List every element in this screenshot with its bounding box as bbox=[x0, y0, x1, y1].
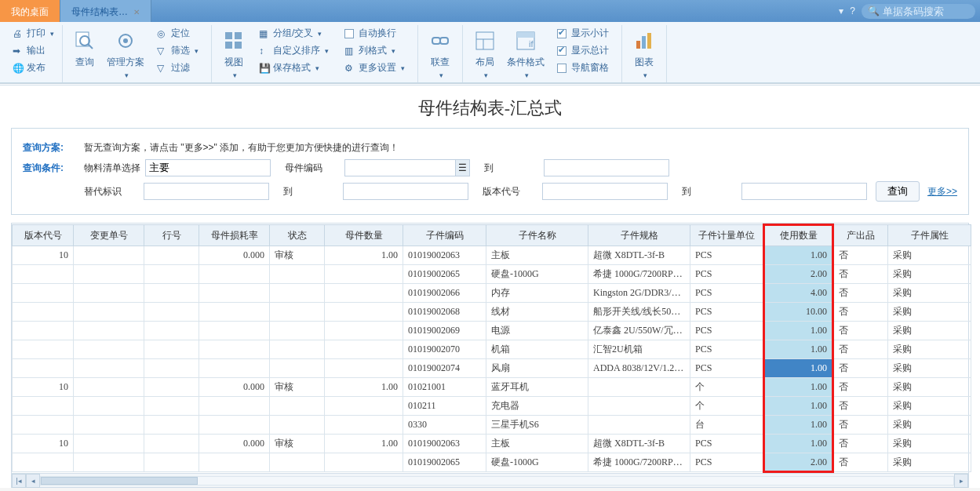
tab-desktop[interactable]: 我的桌面 bbox=[0, 0, 60, 22]
clear-filter-button[interactable]: ▽过滤 bbox=[154, 60, 202, 76]
col-useqty[interactable]: 使用数量 bbox=[764, 225, 833, 246]
cell-rownum[interactable] bbox=[144, 303, 199, 322]
table-row[interactable]: 01019002069电源亿泰鑫 2U/550W/冗…PCS1.00否采购 bbox=[13, 322, 971, 340]
table-row[interactable]: 010211充电器个1.00否采购 bbox=[13, 397, 971, 416]
layout-button[interactable]: 布局 bbox=[468, 25, 502, 82]
cell-ccode[interactable]: 010211 bbox=[403, 397, 486, 416]
cell-cunit[interactable]: PCS bbox=[690, 303, 764, 322]
tab-document[interactable]: 母件结构表… ✕ bbox=[60, 0, 151, 22]
cell-ccode[interactable]: 01019002070 bbox=[403, 340, 486, 359]
cell-state[interactable] bbox=[270, 416, 325, 435]
cell-cspec[interactable]: 希捷 1000G/7200RP… bbox=[588, 265, 690, 284]
table-row[interactable]: 100.000审核1.0001021001蓝牙耳机个1.00否采购 bbox=[13, 378, 971, 397]
cell-output[interactable]: 否 bbox=[833, 246, 888, 265]
cell-pqty[interactable] bbox=[325, 416, 403, 435]
save-format-button[interactable]: 💾保存格式 bbox=[256, 60, 332, 76]
cell-loss[interactable] bbox=[199, 397, 270, 416]
cell-state[interactable]: 审核 bbox=[270, 378, 325, 397]
table-row[interactable]: 100.000审核1.0001019002063主板超微 X8DTL-3f-BP… bbox=[13, 246, 971, 265]
cell-cspec[interactable] bbox=[588, 397, 690, 416]
cell-rownum[interactable] bbox=[144, 265, 199, 284]
filter-button[interactable]: ▽筛选 bbox=[154, 42, 202, 59]
cell-cname[interactable]: 风扇 bbox=[486, 359, 588, 378]
cell-rownum[interactable] bbox=[144, 322, 199, 340]
col-rownum[interactable]: 行号 bbox=[144, 225, 199, 246]
cell-output[interactable]: 否 bbox=[833, 340, 888, 359]
cell-cspec[interactable]: Kingston 2G/DDR3/… bbox=[588, 284, 690, 303]
cell-state[interactable] bbox=[270, 322, 325, 340]
cell-cspec[interactable] bbox=[588, 378, 690, 397]
scroll-right-icon[interactable]: ▸ bbox=[954, 474, 968, 488]
view-button[interactable]: 视图 bbox=[217, 25, 251, 82]
output-button[interactable]: ➡输出 bbox=[9, 42, 57, 59]
grid-hscroll[interactable]: |◂ ◂ ▸ bbox=[12, 473, 968, 487]
cell-chg[interactable] bbox=[74, 378, 144, 397]
cell-loss[interactable] bbox=[199, 284, 270, 303]
cell-chg[interactable] bbox=[74, 453, 144, 472]
cell-cattr[interactable]: 采购 bbox=[888, 435, 971, 453]
cell-useqty[interactable]: 10.00 bbox=[764, 303, 833, 322]
col-cname[interactable]: 子件名称 bbox=[486, 225, 588, 246]
cell-output[interactable]: 否 bbox=[833, 416, 888, 435]
cell-pqty[interactable] bbox=[325, 265, 403, 284]
cell-cunit[interactable]: PCS bbox=[690, 340, 764, 359]
sub-input[interactable] bbox=[144, 183, 269, 200]
col-ccode[interactable]: 子件编码 bbox=[403, 225, 486, 246]
cell-useqty[interactable]: 1.00 bbox=[764, 322, 833, 340]
col-output[interactable]: 产出品 bbox=[833, 225, 888, 246]
cell-loss[interactable] bbox=[199, 322, 270, 340]
cell-cattr[interactable]: 采购 bbox=[888, 340, 971, 359]
cell-state[interactable] bbox=[270, 359, 325, 378]
col-ver[interactable]: 版本代号 bbox=[13, 225, 74, 246]
cell-ver[interactable] bbox=[13, 322, 74, 340]
cell-rownum[interactable] bbox=[144, 378, 199, 397]
cell-loss[interactable] bbox=[199, 359, 270, 378]
parent-code-input[interactable] bbox=[344, 159, 470, 176]
cell-cspec[interactable]: 船形开关线/线长50… bbox=[588, 303, 690, 322]
cell-ccode[interactable]: 01019002065 bbox=[403, 265, 486, 284]
cell-ccode[interactable]: 01019002065 bbox=[403, 453, 486, 472]
cell-rownum[interactable] bbox=[144, 397, 199, 416]
cell-ver[interactable]: 10 bbox=[13, 378, 74, 397]
cell-loss[interactable] bbox=[199, 265, 270, 284]
cell-chg[interactable] bbox=[74, 322, 144, 340]
cell-output[interactable]: 否 bbox=[833, 303, 888, 322]
scroll-thumb[interactable] bbox=[41, 477, 198, 485]
col-cattr[interactable]: 子件属性 bbox=[888, 225, 971, 246]
cell-cname[interactable]: 硬盘-1000G bbox=[486, 265, 588, 284]
ver-to-input[interactable] bbox=[741, 183, 867, 200]
cell-output[interactable]: 否 bbox=[833, 397, 888, 416]
query-button[interactable]: 查询 bbox=[67, 25, 102, 82]
cell-state[interactable]: 审核 bbox=[270, 435, 325, 453]
cell-useqty[interactable]: 2.00 bbox=[764, 453, 833, 472]
cell-cattr[interactable]: 采购 bbox=[888, 397, 971, 416]
cell-output[interactable]: 否 bbox=[833, 265, 888, 284]
cell-rownum[interactable] bbox=[144, 359, 199, 378]
cell-ccode[interactable]: 01019002069 bbox=[403, 322, 486, 340]
cell-cattr[interactable]: 采购 bbox=[888, 378, 971, 397]
cell-pqty[interactable] bbox=[325, 359, 403, 378]
cell-ccode[interactable]: 01019002063 bbox=[403, 435, 486, 453]
cell-output[interactable]: 否 bbox=[833, 435, 888, 453]
show-total-toggle[interactable]: 显示总计 bbox=[554, 42, 612, 59]
plan-button[interactable]: 管理方案 bbox=[102, 25, 149, 82]
table-row[interactable]: 01019002068线材船形开关线/线长50…PCS10.00否采购 bbox=[13, 303, 971, 322]
table-row[interactable]: 100.000审核1.0001019002063主板超微 X8DTL-3f-BP… bbox=[13, 435, 971, 453]
show-subtotal-toggle[interactable]: 显示小计 bbox=[554, 25, 612, 42]
cell-ver[interactable] bbox=[13, 416, 74, 435]
cell-pqty[interactable] bbox=[325, 453, 403, 472]
table-row[interactable]: 0330三星手机S6台1.00否采购 bbox=[13, 416, 971, 435]
cell-pqty[interactable]: 1.00 bbox=[325, 246, 403, 265]
cell-pqty[interactable] bbox=[325, 340, 403, 359]
cell-cattr[interactable]: 采购 bbox=[888, 359, 971, 378]
nav-pane-toggle[interactable]: 导航窗格 bbox=[554, 60, 612, 76]
cell-cattr[interactable]: 采购 bbox=[888, 284, 971, 303]
cell-cname[interactable]: 蓝牙耳机 bbox=[486, 378, 588, 397]
autowrap-toggle[interactable]: 自动换行 bbox=[341, 25, 408, 42]
col-pqty[interactable]: 母件数量 bbox=[325, 225, 403, 246]
cell-state[interactable] bbox=[270, 453, 325, 472]
cell-pqty[interactable] bbox=[325, 303, 403, 322]
print-button[interactable]: 🖨打印 bbox=[9, 25, 57, 42]
cell-rownum[interactable] bbox=[144, 246, 199, 265]
cond-format-button[interactable]: if 条件格式 bbox=[502, 25, 549, 82]
